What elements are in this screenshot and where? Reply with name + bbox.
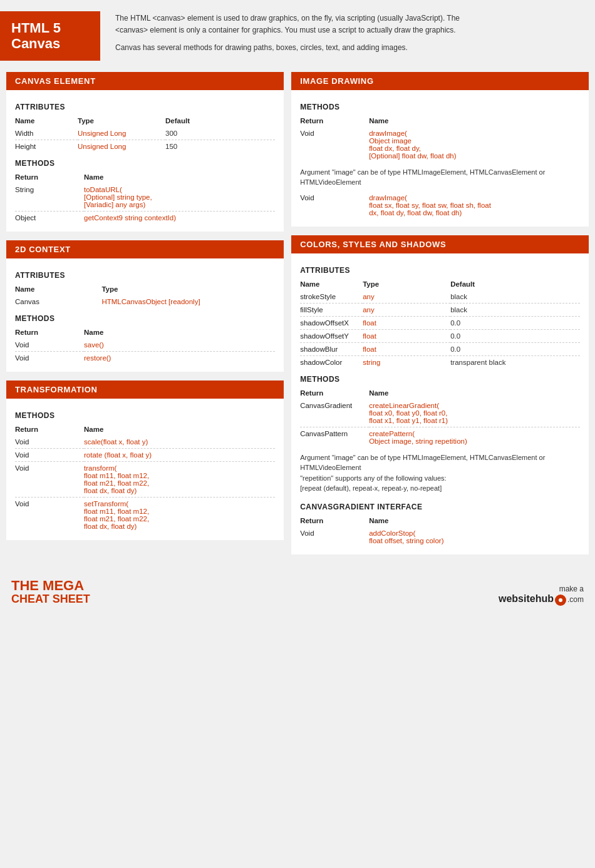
- canvas-element-header: CANVAS ELEMENT: [6, 72, 284, 90]
- transformation-header: TRANSFORMATION: [6, 380, 284, 399]
- table-row: Object getContext9 string contextId): [15, 211, 275, 224]
- footer-websitehub: websitehub.com: [499, 593, 584, 606]
- colors-styles-header: COLORS, STYLES AND SHADOWS: [291, 235, 589, 253]
- table-row: Height Unsigned Long 150: [15, 140, 275, 153]
- table-row: Void drawImage( Object image float dx, f…: [300, 127, 580, 162]
- colors-note1: Argument "image" can be of type HTMLImag…: [300, 452, 580, 494]
- col-header-return: Return: [15, 171, 84, 183]
- header-description: The HTML <canvas> element is used to dra…: [115, 11, 479, 54]
- page-title: HTML 5 Canvas: [0, 11, 100, 61]
- col-header-name: Name: [300, 278, 363, 290]
- col-header-return: Return: [300, 387, 369, 399]
- 2d-methods-table: Return Name Void save() Void resto: [15, 327, 275, 364]
- footer-left: THE MEGA CHEAT SHEET: [11, 578, 90, 606]
- dot-circle-icon: [555, 595, 566, 606]
- image-drawing-header: IMAGE DRAWING: [291, 72, 589, 90]
- footer-line2: CHEAT SHEET: [11, 593, 90, 606]
- col-header-return: Return: [15, 327, 84, 339]
- table-row: Void save(): [15, 339, 275, 352]
- col-header-methodname: Name: [369, 515, 580, 527]
- footer-right: make a websitehub.com: [499, 585, 584, 606]
- image-note1: Argument "image" can be of type HTMLImag…: [300, 167, 580, 188]
- col-header-default: Default: [450, 278, 580, 290]
- 2d-attributes-table: Name Type Canvas HTMLCanvasObject [reado…: [15, 283, 275, 308]
- image-methods-table: Return Name Void drawImage( Object image…: [300, 115, 580, 162]
- websitehub-label: websitehub: [499, 593, 554, 604]
- image-drawing-section: IMAGE DRAWING METHODS Return Name Void: [291, 72, 589, 227]
- col-header-return: Return: [15, 424, 84, 436]
- canvasgradient-table: Return Name Void addColorStop( float off…: [300, 515, 580, 547]
- canvas-attributes-table: Name Type Default Width Unsigned Long 30…: [15, 115, 275, 153]
- table-row: shadowOffsetY float 0.0: [300, 329, 580, 342]
- col-header-methodname: Name: [84, 327, 275, 339]
- table-row: String toDataURL( [Optional] string type…: [15, 183, 275, 212]
- table-row: CanvasPattern createPattern( Object imag…: [300, 427, 580, 447]
- transformation-methods-title: METHODS: [15, 411, 275, 420]
- transformation-methods-table: Return Name Void scale(float x, float y)…: [15, 424, 275, 533]
- table-row: fillStyle any black: [300, 303, 580, 316]
- image-methods-table2: Void drawImage( float sx, float sy, floa…: [300, 191, 580, 219]
- 2d-methods-title: METHODS: [15, 314, 275, 323]
- footer: THE MEGA CHEAT SHEET make a websitehub.c…: [0, 569, 595, 617]
- col-header-name: Name: [15, 115, 78, 127]
- table-row: Canvas HTMLCanvasObject [readonly]: [15, 295, 275, 308]
- canvas-methods-title: METHODS: [15, 159, 275, 168]
- col-header-methodname: Name: [369, 115, 580, 127]
- colors-styles-section: COLORS, STYLES AND SHADOWS ATTRIBUTES Na…: [291, 235, 589, 554]
- table-row: strokeStyle any black: [300, 290, 580, 304]
- 2d-attributes-title: ATTRIBUTES: [15, 271, 275, 280]
- table-row: Void drawImage( float sx, float sy, floa…: [300, 191, 580, 219]
- footer-line1: THE MEGA: [11, 578, 90, 593]
- table-row: Width Unsigned Long 300: [15, 127, 275, 140]
- table-row: Void rotate (float x, float y): [15, 448, 275, 461]
- table-row: Void restore(): [15, 351, 275, 364]
- 2d-context-section: 2D CONTEXT ATTRIBUTES Name Type Canvas: [6, 240, 284, 372]
- col-header-methodname: Name: [84, 171, 275, 183]
- table-row: shadowOffsetX float 0.0: [300, 316, 580, 329]
- col-header-return: Return: [300, 115, 369, 127]
- col-header-type: Type: [363, 278, 450, 290]
- table-row: Void addColorStop( float offset, string …: [300, 527, 580, 547]
- colors-methods-table: Return Name CanvasGradient createLinearG…: [300, 387, 580, 447]
- colors-attributes-table: Name Type Default strokeStyle any black: [300, 278, 580, 369]
- col-header-methodname: Name: [84, 424, 275, 436]
- table-row: CanvasGradient createLinearGradient( flo…: [300, 399, 580, 427]
- 2d-context-header: 2D CONTEXT: [6, 240, 284, 258]
- col-header-default: Default: [165, 115, 275, 127]
- footer-dot-com: .com: [567, 595, 584, 604]
- canvas-methods-table: Return Name String toDataURL( [Optional]…: [15, 171, 275, 224]
- transformation-section: TRANSFORMATION METHODS Return Name Voi: [6, 380, 284, 540]
- image-methods-title: METHODS: [300, 103, 580, 111]
- table-row: shadowBlur float 0.0: [300, 342, 580, 355]
- canvas-attributes-title: ATTRIBUTES: [15, 103, 275, 111]
- colors-methods-title: METHODS: [300, 375, 580, 384]
- table-row: Void setTransform( float m11, float m12,…: [15, 497, 275, 533]
- canvasgradient-title: CANVASGRADIENT INTERFACE: [300, 503, 580, 511]
- canvas-element-section: CANVAS ELEMENT ATTRIBUTES Name Type Defa…: [6, 72, 284, 232]
- col-header-type: Type: [101, 283, 275, 295]
- table-row: shadowColor string transparent black: [300, 355, 580, 369]
- col-header-type: Type: [78, 115, 165, 127]
- col-header-methodname: Name: [369, 387, 580, 399]
- col-header-return: Return: [300, 515, 369, 527]
- table-row: Void scale(float x, float y): [15, 436, 275, 449]
- table-row: Void transform( float m11, float m12, fl…: [15, 461, 275, 497]
- colors-attributes-title: ATTRIBUTES: [300, 266, 580, 275]
- footer-make-a: make a: [499, 585, 584, 593]
- col-header-name: Name: [15, 283, 101, 295]
